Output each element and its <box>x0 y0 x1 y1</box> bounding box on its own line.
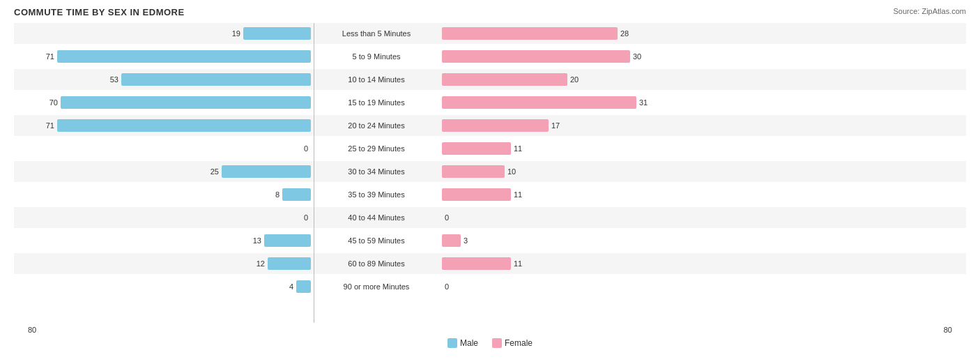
female-value: 10 <box>507 167 516 176</box>
male-bar <box>57 119 311 132</box>
left-section: 4 <box>14 276 314 297</box>
left-section: 13 <box>14 230 314 251</box>
male-value: 53 <box>110 75 118 84</box>
right-section: 0 <box>439 276 966 297</box>
female-value: 20 <box>570 75 579 84</box>
male-bar <box>243 27 311 40</box>
chart-rows: 19 Less than 5 Minutes 28 71 5 to 9 Minu… <box>14 23 966 297</box>
chart-row: 19 Less than 5 Minutes 28 <box>14 23 966 44</box>
male-value: 19 <box>232 29 240 38</box>
chart-row: 0 40 to 44 Minutes 0 <box>14 207 966 228</box>
female-value: 11 <box>514 144 522 153</box>
left-section: 0 <box>14 138 314 159</box>
female-bar <box>442 142 511 155</box>
male-value: 0 <box>304 213 308 222</box>
left-section: 12 <box>14 253 314 274</box>
male-bar <box>268 257 311 270</box>
left-section: 0 <box>14 207 314 228</box>
female-value: 31 <box>639 98 648 107</box>
legend-female: Female <box>492 338 533 348</box>
chart-container: COMMUTE TIME BY SEX IN EDMORE Source: Zi… <box>0 0 980 364</box>
row-label: 40 to 44 Minutes <box>314 213 439 222</box>
row-label: 20 to 24 Minutes <box>314 121 439 130</box>
female-bar <box>442 50 630 63</box>
row-label: 90 or more Minutes <box>314 282 439 291</box>
male-bar <box>57 50 311 63</box>
axis-labels: 80 80 <box>14 326 966 334</box>
chart-row: 0 25 to 29 Minutes 11 <box>14 138 966 159</box>
male-value: 25 <box>210 167 219 176</box>
right-section: 11 <box>439 253 966 274</box>
female-bar <box>442 73 567 86</box>
row-label: 5 to 9 Minutes <box>314 52 439 61</box>
right-section: 0 <box>439 207 966 228</box>
male-bar <box>121 73 311 86</box>
chart-area: 19 Less than 5 Minutes 28 71 5 to 9 Minu… <box>14 23 966 323</box>
legend-female-box <box>492 338 502 348</box>
female-bar <box>442 119 549 132</box>
row-label: Less than 5 Minutes <box>314 29 439 38</box>
right-section: 11 <box>439 138 966 159</box>
chart-row: 53 10 to 14 Minutes 20 <box>14 69 966 90</box>
legend-male: Male <box>447 338 478 348</box>
right-section: 31 <box>439 92 966 113</box>
right-section: 17 <box>439 115 966 136</box>
female-value: 3 <box>464 236 468 245</box>
male-bar <box>264 234 311 247</box>
female-value: 0 <box>445 213 449 222</box>
chart-row: 13 45 to 59 Minutes 3 <box>14 230 966 251</box>
legend-male-label: Male <box>460 338 478 348</box>
row-label: 30 to 34 Minutes <box>314 167 439 176</box>
male-bar <box>296 280 311 293</box>
male-value: 71 <box>46 121 54 130</box>
chart-row: 71 5 to 9 Minutes 30 <box>14 46 966 67</box>
male-value: 13 <box>253 236 261 245</box>
chart-row: 25 30 to 34 Minutes 10 <box>14 161 966 182</box>
female-value: 28 <box>620 29 629 38</box>
row-label: 35 to 39 Minutes <box>314 190 439 199</box>
male-bar <box>222 165 311 178</box>
legend-male-box <box>447 338 457 348</box>
legend-female-label: Female <box>505 338 533 348</box>
left-section: 19 <box>14 23 314 44</box>
row-label: 10 to 14 Minutes <box>314 75 439 84</box>
source-text: Source: ZipAtlas.com <box>893 7 966 15</box>
legend: Male Female <box>14 338 966 348</box>
row-label: 25 to 29 Minutes <box>314 144 439 153</box>
chart-row: 8 35 to 39 Minutes 11 <box>14 184 966 205</box>
row-label: 15 to 19 Minutes <box>314 98 439 107</box>
row-label: 60 to 89 Minutes <box>314 259 439 268</box>
right-section: 30 <box>439 46 966 67</box>
chart-row: 4 90 or more Minutes 0 <box>14 276 966 297</box>
right-section: 3 <box>439 230 966 251</box>
left-section: 71 <box>14 46 314 67</box>
male-value: 12 <box>257 259 265 268</box>
chart-title: COMMUTE TIME BY SEX IN EDMORE <box>14 7 966 17</box>
left-section: 8 <box>14 184 314 205</box>
female-bar <box>442 27 618 40</box>
male-value: 70 <box>49 98 58 107</box>
male-value: 4 <box>289 282 293 291</box>
male-bar <box>61 96 311 109</box>
female-bar <box>442 234 461 247</box>
female-bar <box>442 96 636 109</box>
chart-row: 71 20 to 24 Minutes 17 <box>14 115 966 136</box>
right-section: 11 <box>439 184 966 205</box>
male-value: 0 <box>304 144 308 153</box>
chart-row: 70 15 to 19 Minutes 31 <box>14 92 966 113</box>
male-value: 8 <box>275 190 280 199</box>
axis-left: 80 <box>28 326 36 334</box>
right-section: 10 <box>439 161 966 182</box>
left-section: 53 <box>14 69 314 90</box>
male-value: 71 <box>46 52 54 61</box>
chart-row: 12 60 to 89 Minutes 11 <box>14 253 966 274</box>
female-bar <box>442 257 511 270</box>
female-value: 30 <box>633 52 641 61</box>
female-value: 17 <box>551 121 560 130</box>
axis-right: 80 <box>944 326 952 334</box>
male-bar <box>282 188 311 201</box>
left-section: 25 <box>14 161 314 182</box>
left-section: 70 <box>14 92 314 113</box>
female-bar <box>442 188 511 201</box>
female-value: 0 <box>445 282 449 291</box>
